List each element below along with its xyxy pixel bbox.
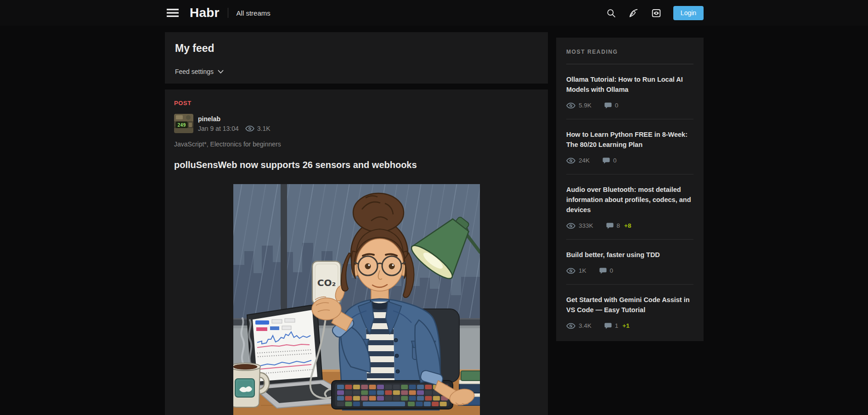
eye-icon [566, 268, 575, 274]
login-button[interactable]: Login [673, 6, 704, 20]
hamburger-icon [167, 8, 179, 17]
nav-divider [228, 8, 228, 18]
views-stat: 5.9K [566, 102, 592, 109]
avatar-digits: 249 [177, 123, 186, 128]
comment-icon [599, 267, 607, 275]
post-views-count: 3.1K [257, 125, 271, 132]
comments-stat[interactable]: 0 [603, 157, 621, 164]
post-meta: 249 pinelab Jan 9 at 13:04 3.1K [174, 114, 539, 133]
most-reading-item: Ollama Tutorial: How to Run Local AI Mod… [566, 74, 693, 110]
feed-settings-button[interactable]: Feed settings [175, 68, 224, 75]
divider [566, 64, 693, 64]
views-count: 5.9K [579, 102, 592, 109]
article-link[interactable]: Get Started with Gemini Code Assist in V… [566, 295, 693, 315]
views-count: 24K [579, 157, 590, 164]
stream-selector[interactable]: All streams [237, 9, 271, 17]
divider [566, 119, 693, 119]
post-type-label: POST [174, 100, 539, 107]
page-title: My feed [175, 42, 538, 55]
feed-header-card: My feed Feed settings [165, 32, 548, 84]
article-link[interactable]: Ollama Tutorial: How to Run Local AI Mod… [566, 74, 693, 95]
write-button[interactable] [628, 7, 639, 19]
author-name[interactable]: pinelab [198, 115, 271, 123]
comments-stat[interactable]: 1 +1 [604, 322, 630, 330]
comments-count: 8 [617, 222, 620, 229]
eye-icon [566, 323, 575, 329]
most-reading-item: Audio over Bluetooth: most detailed info… [566, 185, 693, 230]
post-views-stat: 3.1K [245, 125, 271, 132]
avatar-image: 249 [174, 114, 193, 133]
most-reading-item: How to Learn Python FREE in 8-Week: The … [566, 129, 693, 165]
search-icon [606, 8, 616, 18]
new-comments-count: +1 [622, 322, 629, 329]
views-count: 333K [579, 222, 593, 229]
divider [566, 284, 693, 285]
views-count: 1K [579, 267, 586, 274]
comment-icon [606, 222, 614, 230]
co2-device-label: CO₂ [317, 277, 335, 288]
most-reading-widget: MOST READING Ollama Tutorial: How to Run… [556, 38, 704, 341]
menu-button[interactable] [165, 6, 180, 19]
feed-view-button[interactable] [650, 7, 662, 19]
divider [566, 174, 693, 174]
post-card: POST 249 pinelab Jan 9 at 13:0 [165, 90, 548, 415]
comment-icon [604, 322, 612, 330]
chevron-down-icon [218, 70, 224, 74]
comments-stat[interactable]: 0 [604, 102, 623, 109]
views-stat: 333K [566, 222, 593, 229]
post-cover-image: CO₂ [233, 184, 480, 415]
eye-box-icon [651, 8, 661, 18]
widget-heading: MOST READING [566, 49, 693, 56]
eye-icon [245, 125, 254, 132]
write-icon [629, 8, 638, 18]
article-link[interactable]: How to Learn Python FREE in 8-Week: The … [566, 129, 693, 150]
comment-icon [603, 157, 610, 164]
comment-icon [604, 102, 612, 109]
article-link[interactable]: Audio over Bluetooth: most detailed info… [566, 185, 693, 215]
views-stat: 1K [566, 267, 586, 274]
comments-count: 0 [613, 157, 617, 164]
divider [566, 239, 693, 240]
post-hubs[interactable]: JavaScript*, Electronics for beginners [174, 140, 539, 148]
post-date: Jan 9 at 13:04 [198, 125, 239, 132]
most-reading-item: Get Started with Gemini Code Assist in V… [566, 295, 693, 330]
new-comments-count: +8 [624, 222, 631, 229]
top-navbar: Habr All streams [0, 0, 868, 26]
logo[interactable]: Habr [190, 6, 220, 20]
author-avatar[interactable]: 249 [174, 114, 193, 133]
eye-icon [566, 223, 575, 229]
comments-stat[interactable]: 8 +8 [606, 222, 631, 230]
views-stat: 24K [566, 157, 590, 164]
views-stat: 3.4K [566, 322, 592, 329]
most-reading-item: Build better, faster using TDD 1K 0 [566, 250, 693, 275]
feed-settings-label: Feed settings [175, 68, 214, 75]
article-link[interactable]: Build better, faster using TDD [566, 250, 693, 260]
comments-stat[interactable]: 0 [599, 267, 618, 275]
views-count: 3.4K [579, 322, 592, 329]
search-button[interactable] [605, 7, 617, 19]
post-title[interactable]: polluSensWeb now supports 26 sensors and… [174, 160, 539, 170]
comments-count: 0 [615, 102, 619, 109]
eye-icon [566, 102, 575, 109]
comments-count: 1 [615, 322, 619, 329]
post-cover-illustration: CO₂ [233, 184, 480, 415]
eye-icon [566, 157, 575, 164]
comments-count: 0 [610, 267, 614, 274]
